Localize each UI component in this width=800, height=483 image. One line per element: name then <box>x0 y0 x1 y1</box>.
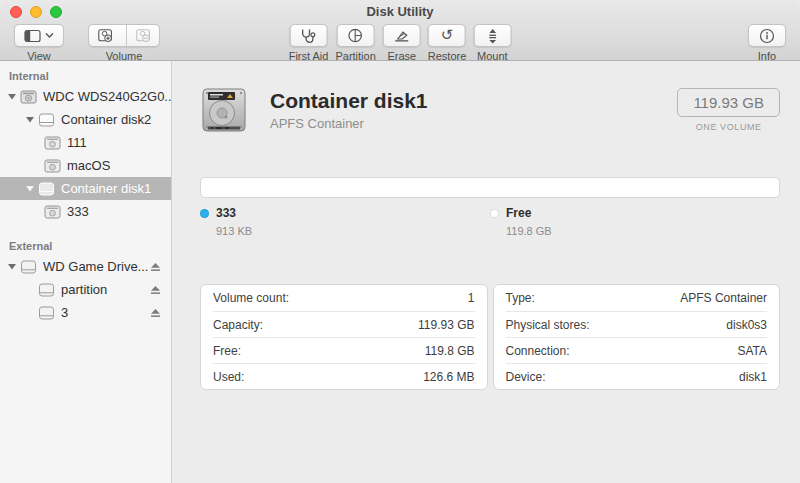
size-badge: 119.93 GB <box>677 88 780 117</box>
info-icon <box>759 28 775 44</box>
sidebar-item-label: WD Game Drive... <box>43 259 150 274</box>
sidebar-item-macos[interactable]: macOS <box>0 154 171 177</box>
titlebar: Disk Utility View <box>0 0 800 61</box>
detail-table-right: Type: APFS Container Physical stores: di… <box>493 284 781 390</box>
restore-button[interactable]: ↺ <box>428 24 466 47</box>
sidebar-section-external: External <box>9 240 171 252</box>
add-volume-button[interactable] <box>89 25 122 46</box>
volume-icon <box>44 205 61 219</box>
toolbar-item-first-aid: First Aid <box>289 24 329 62</box>
free-color-dot <box>490 209 499 218</box>
view-button[interactable] <box>14 24 64 47</box>
row-label: Device: <box>506 370 546 384</box>
row-label: Physical stores: <box>506 318 590 332</box>
sidebar: Internal WDC WDS240G2G0... <box>0 61 172 483</box>
sidebar-item-partition[interactable]: partition <box>0 278 171 301</box>
remove-volume-button[interactable] <box>126 25 159 46</box>
row-value: 126.6 MB <box>423 370 474 384</box>
toolbar-item-erase: Erase <box>383 24 421 62</box>
sidebar-item-3[interactable]: 3 <box>0 301 171 324</box>
sidebar-section-internal: Internal <box>9 70 171 82</box>
volume-segmented-control <box>88 24 160 47</box>
sidebar-item-label: Container disk1 <box>61 181 171 196</box>
mount-button[interactable] <box>473 24 511 47</box>
row-label: Free: <box>213 344 241 358</box>
detail-tables: Volume count: 1 Capacity: 119.93 GB Free… <box>200 284 780 390</box>
detail-table-left: Volume count: 1 Capacity: 119.93 GB Free… <box>200 284 488 390</box>
used-color-dot <box>200 209 209 218</box>
eject-icon[interactable] <box>150 308 161 318</box>
table-row: Connection: SATA <box>506 337 768 363</box>
eject-icon[interactable] <box>150 285 161 295</box>
disclosure-triangle-icon[interactable] <box>25 115 38 124</box>
remove-volume-icon <box>136 29 151 43</box>
window-title: Disk Utility <box>0 4 800 19</box>
chevron-down-icon <box>45 32 54 39</box>
erase-button[interactable] <box>383 24 421 47</box>
row-value: 119.93 GB <box>418 318 474 332</box>
legend-item-free: Free 119.8 GB <box>490 206 780 237</box>
add-volume-icon <box>98 29 113 43</box>
disclosure-triangle-icon[interactable] <box>7 92 20 101</box>
external-volume-icon <box>38 283 55 297</box>
disclosure-triangle-icon[interactable] <box>7 262 20 271</box>
legend-item-used: 333 913 KB <box>200 206 490 237</box>
first-aid-button[interactable] <box>290 24 328 47</box>
legend-name: 333 <box>216 206 236 220</box>
volume-icon <box>44 159 61 173</box>
row-label: Type: <box>506 291 535 305</box>
internal-disk-icon <box>20 90 37 104</box>
sidebar-item-label: 3 <box>61 305 150 320</box>
mount-icon <box>485 28 499 44</box>
external-volume-icon <box>38 306 55 320</box>
size-badge-wrap: 119.93 GB ONE VOLUME <box>677 88 780 132</box>
sidebar-item-111[interactable]: 111 <box>0 131 171 154</box>
row-value: disk1 <box>739 370 767 384</box>
disk-utility-window: Disk Utility View <box>0 0 800 483</box>
toolbar-item-volume: Volume <box>88 24 160 62</box>
stethoscope-icon <box>300 28 318 43</box>
eraser-icon <box>394 29 410 43</box>
table-row: Type: APFS Container <box>506 285 768 311</box>
toolbar-item-mount: Mount <box>473 24 511 62</box>
row-label: Connection: <box>506 344 570 358</box>
toolbar-item-view: View <box>14 24 64 62</box>
toolbar-item-info: Info <box>748 24 786 62</box>
partition-button[interactable] <box>337 24 375 47</box>
sidebar-item-333[interactable]: 333 <box>0 200 171 223</box>
toolbar-item-partition: Partition <box>335 24 375 62</box>
toolbar-item-restore: ↺ Restore <box>428 24 467 62</box>
sidebar-view-icon <box>24 29 41 43</box>
toolbar-center-group: First Aid Partition <box>289 24 512 62</box>
row-label: Used: <box>213 370 244 384</box>
sidebar-item-label: WDC WDS240G2G0... <box>43 89 171 104</box>
row-value: APFS Container <box>680 291 767 305</box>
container-icon <box>38 182 55 196</box>
disk-header: Container disk1 APFS Container 119.93 GB… <box>172 61 800 134</box>
size-badge-caption: ONE VOLUME <box>677 122 780 132</box>
table-row: Capacity: 119.93 GB <box>213 311 475 337</box>
info-button[interactable] <box>748 24 786 47</box>
sidebar-item-container-disk1[interactable]: Container disk1 <box>0 177 171 200</box>
table-row: Physical stores: disk0s3 <box>506 311 768 337</box>
usage-legend: 333 913 KB Free 119.8 GB <box>200 206 780 237</box>
row-value: 119.8 GB <box>425 344 475 358</box>
page-subtitle: APFS Container <box>270 116 428 131</box>
disclosure-triangle-icon[interactable] <box>25 184 38 193</box>
sidebar-item-label: 111 <box>67 135 171 150</box>
legend-size: 119.8 GB <box>506 225 780 237</box>
hard-drive-icon <box>200 86 248 134</box>
sidebar-item-wdc-disk[interactable]: WDC WDS240G2G0... <box>0 85 171 108</box>
row-value: 1 <box>468 291 475 305</box>
page-title: Container disk1 <box>270 89 428 113</box>
table-row: Device: disk1 <box>506 363 768 389</box>
sidebar-item-wd-game-drive[interactable]: WD Game Drive... <box>0 255 171 278</box>
sidebar-item-label: Container disk2 <box>61 112 171 127</box>
sidebar-item-container-disk2[interactable]: Container disk2 <box>0 108 171 131</box>
legend-name: Free <box>506 206 531 220</box>
legend-size: 913 KB <box>216 225 490 237</box>
table-row: Free: 119.8 GB <box>213 337 475 363</box>
eject-icon[interactable] <box>150 262 161 272</box>
main-pane: Container disk1 APFS Container 119.93 GB… <box>172 61 800 483</box>
row-label: Capacity: <box>213 318 263 332</box>
